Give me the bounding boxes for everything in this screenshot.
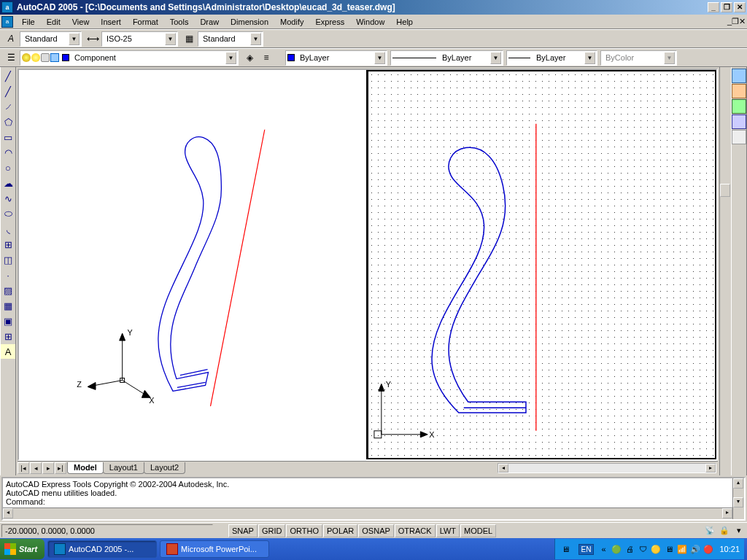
menu-format[interactable]: Format [127, 16, 164, 28]
tray-icon[interactable]: 🟢 [611, 543, 622, 555]
tray-icon[interactable]: 🛡 [637, 543, 649, 555]
clock[interactable]: 10:21 [719, 545, 740, 553]
tray-icon[interactable]: 🖥 [663, 543, 675, 555]
insert-block-icon[interactable]: ⊞ [1, 237, 15, 252]
rectangle-icon[interactable]: ▭ [1, 130, 15, 144]
menu-window[interactable]: Window [350, 16, 390, 28]
language-indicator[interactable]: EN [578, 544, 595, 555]
lock-icon[interactable]: 🔒 [718, 524, 731, 537]
layer-states-icon[interactable]: ≡ [258, 50, 274, 66]
spline-icon[interactable]: ∿ [1, 191, 15, 206]
ellipse-arc-icon[interactable]: ◟ [1, 222, 15, 236]
menu-express[interactable]: Express [309, 16, 350, 28]
menu-help[interactable]: Help [390, 16, 419, 28]
table-icon[interactable]: ⊞ [1, 329, 15, 343]
mode-polar[interactable]: POLAR [323, 524, 357, 537]
menu-modify[interactable]: Modify [274, 16, 309, 28]
tray-menu-icon[interactable]: ▾ [732, 524, 746, 537]
menu-edit[interactable]: Edit [41, 16, 66, 28]
h-scrollbar[interactable]: ◂▸ [185, 463, 718, 473]
chevron-icon[interactable]: « [597, 543, 609, 555]
make-block-icon[interactable]: ◫ [1, 252, 15, 267]
line-icon[interactable]: ╱ [1, 69, 15, 83]
desktop-icon[interactable]: 🖥 [560, 543, 572, 555]
lineweight-dropdown[interactable]: ByLayer ▼ [506, 50, 597, 66]
dropdown-arrow-icon[interactable]: ▼ [490, 52, 501, 64]
polygon-icon[interactable]: ⬠ [1, 114, 15, 129]
dropdown-arrow-icon[interactable]: ▼ [165, 33, 176, 45]
doc-icon[interactable]: a [1, 16, 13, 28]
table-style-dropdown[interactable]: Standard ▼ [198, 31, 263, 47]
text-style-icon[interactable]: A [3, 31, 19, 47]
coordinates[interactable]: -20.0000, 0.0000, 0.0000 [1, 524, 213, 537]
gradient-icon[interactable]: ▦ [1, 298, 15, 313]
menu-file[interactable]: File [16, 16, 41, 28]
tray-icon[interactable]: 🔴 [703, 543, 714, 555]
circle-icon[interactable]: ○ [1, 160, 15, 175]
text-style-dropdown[interactable]: Standard ▼ [20, 31, 82, 47]
v-scrollbar[interactable] [719, 67, 731, 475]
restore-button[interactable]: ❐ [721, 2, 732, 12]
region-icon[interactable]: ▣ [1, 314, 15, 328]
mtext-icon[interactable]: A [1, 344, 15, 359]
tab-first-icon[interactable]: |◂ [18, 462, 29, 474]
tab-last-icon[interactable]: ▸| [55, 462, 66, 474]
arc-icon[interactable]: ◠ [1, 145, 15, 160]
dropdown-arrow-icon[interactable]: ▼ [584, 52, 595, 64]
point-icon[interactable]: · [1, 268, 15, 282]
palette-icon[interactable] [732, 130, 746, 144]
comm-center-icon[interactable]: 📡 [703, 524, 716, 537]
mode-lwt[interactable]: LWT [436, 524, 460, 537]
revcloud-icon[interactable]: ☁ [1, 176, 15, 190]
tray-icon[interactable]: 📶 [676, 543, 688, 555]
dim-style-icon[interactable]: ⟷ [85, 31, 101, 47]
menu-dimension[interactable]: Dimension [225, 16, 274, 28]
mode-model[interactable]: MODEL [460, 524, 496, 537]
tray-icon[interactable]: 🟡 [650, 543, 662, 555]
palette-icon[interactable] [732, 84, 746, 98]
start-button[interactable]: Start [0, 539, 44, 559]
dropdown-arrow-icon[interactable]: ▼ [374, 52, 385, 64]
linetype-dropdown[interactable]: ByLayer ▼ [390, 50, 503, 66]
taskbar-item-powerpoint[interactable]: Microsoft PowerPoi... [160, 540, 269, 558]
layer-dropdown[interactable]: Component ▼ [20, 50, 239, 66]
close-button[interactable]: ✕ [734, 2, 746, 12]
dropdown-arrow-icon[interactable]: ▼ [69, 33, 80, 45]
mode-ortho[interactable]: ORTHO [286, 524, 322, 537]
mode-otrack[interactable]: OTRACK [395, 524, 436, 537]
dim-style-dropdown[interactable]: ISO-25 ▼ [101, 31, 178, 47]
doc-restore-button[interactable]: ❐ [732, 17, 739, 26]
tab-layout2[interactable]: Layout2 [144, 462, 185, 474]
layer-previous-icon[interactable]: ◈ [241, 50, 258, 66]
pline-icon[interactable]: ⟋ [1, 99, 15, 114]
minimize-button[interactable]: _ [708, 2, 719, 12]
menu-view[interactable]: View [66, 16, 96, 28]
mode-grid[interactable]: GRID [258, 524, 286, 537]
cmd-h-scrollbar[interactable]: ◂▸ [3, 508, 732, 519]
palette-icon[interactable] [732, 99, 746, 114]
menu-draw[interactable]: Draw [194, 16, 225, 28]
hatch-icon[interactable]: ▨ [1, 283, 15, 298]
dropdown-arrow-icon[interactable]: ▼ [250, 33, 261, 45]
xline-icon[interactable]: ╱ [1, 84, 15, 98]
palette-icon[interactable] [732, 69, 746, 83]
taskbar-item-autocad[interactable]: AutoCAD 2005 -... [47, 540, 157, 558]
color-dropdown[interactable]: ByLayer ▼ [285, 50, 387, 66]
tab-next-icon[interactable]: ▸ [42, 462, 54, 474]
ellipse-icon[interactable]: ⬭ [1, 206, 15, 221]
dropdown-arrow-icon[interactable]: ▼ [225, 52, 236, 64]
command-line[interactable]: AutoCAD Express Tools Copyright © 2002-2… [1, 477, 746, 521]
mode-snap[interactable]: SNAP [228, 524, 258, 537]
scroll-thumb[interactable] [720, 184, 730, 197]
dropdown-arrow-icon[interactable]: ▼ [664, 52, 675, 64]
cmd-v-scrollbar[interactable]: ▴ ▾ [732, 478, 744, 519]
viewport-right[interactable]: Y X [367, 70, 717, 459]
menu-tools[interactable]: Tools [164, 16, 195, 28]
menu-insert[interactable]: Insert [95, 16, 127, 28]
tab-layout1[interactable]: Layout1 [103, 462, 144, 474]
tray-icon[interactable]: 🖨 [624, 543, 635, 555]
tab-prev-icon[interactable]: ◂ [30, 462, 42, 474]
tab-model[interactable]: Model [67, 462, 104, 474]
layer-manager-icon[interactable]: ☰ [3, 50, 19, 66]
doc-close-button[interactable]: ✕ [739, 17, 746, 26]
